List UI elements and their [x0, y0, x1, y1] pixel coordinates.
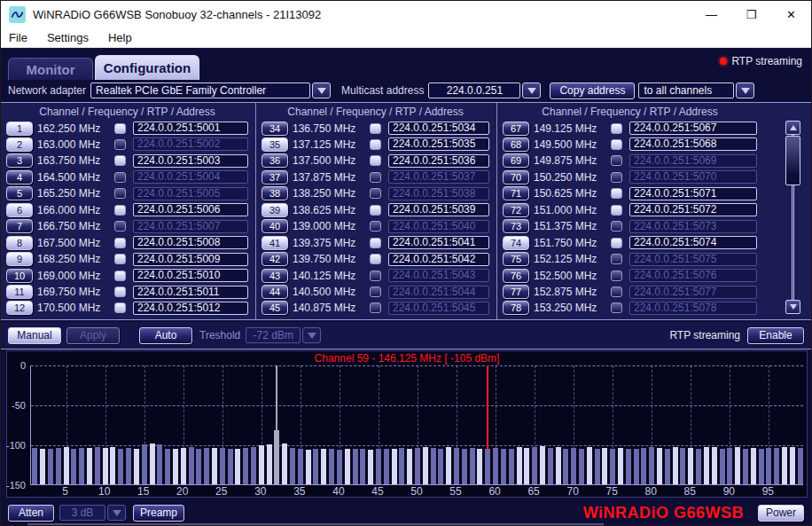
rtp-checkbox[interactable]: [611, 172, 622, 183]
menu-settings[interactable]: Settings: [47, 31, 89, 44]
spectrum-bar[interactable]: [243, 448, 248, 484]
spectrum-bar[interactable]: [282, 444, 287, 484]
rtp-checkbox[interactable]: [370, 123, 381, 134]
channel-button[interactable]: 78: [503, 301, 529, 315]
enable-button[interactable]: Enable: [747, 327, 804, 344]
spectrum-bar[interactable]: [56, 448, 61, 484]
manual-button[interactable]: Manual: [8, 327, 61, 344]
spectrum-bar[interactable]: [470, 448, 475, 484]
rtp-checkbox[interactable]: [114, 155, 126, 166]
channel-button[interactable]: 75: [503, 252, 529, 266]
scroll-up-button[interactable]: [785, 121, 800, 135]
rtp-checkbox[interactable]: [611, 155, 622, 166]
network-adapter-dropdown-button[interactable]: [312, 82, 331, 98]
spectrum-bar[interactable]: [517, 447, 522, 484]
channel-button[interactable]: 68: [503, 137, 529, 152]
spectrum-bar[interactable]: [259, 445, 264, 484]
spectrum-bar[interactable]: [150, 444, 155, 484]
rtp-checkbox[interactable]: [114, 221, 126, 232]
rtp-address-field[interactable]: 224.0.0.251:5038: [388, 187, 489, 200]
channel-button[interactable]: 36: [262, 153, 288, 168]
spectrum-bar[interactable]: [720, 449, 725, 485]
channel-button[interactable]: 35: [262, 137, 288, 152]
spectrum-bar[interactable]: [313, 449, 318, 484]
rtp-address-field[interactable]: 224.0.0.251:5068: [629, 137, 757, 151]
rtp-address-field[interactable]: 224.0.0.251:5074: [629, 236, 757, 249]
rtp-address-field[interactable]: 224.0.0.251:5034: [388, 122, 489, 135]
spectrum-bar[interactable]: [321, 449, 326, 485]
rtp-address-field[interactable]: 224.0.0.251:5012: [133, 302, 248, 315]
channel-button[interactable]: 43: [262, 269, 288, 283]
spectrum-bar[interactable]: [649, 447, 654, 484]
rtp-address-field[interactable]: 224.0.0.251:5071: [629, 187, 757, 200]
channel-button[interactable]: 72: [503, 203, 529, 217]
rtp-address-field[interactable]: 224.0.0.251:5008: [133, 236, 248, 249]
rtp-checkbox[interactable]: [114, 238, 126, 248]
preamp-button[interactable]: Preamp: [133, 505, 184, 522]
spectrum-bar[interactable]: [110, 447, 115, 484]
rtp-checkbox[interactable]: [370, 188, 381, 199]
rtp-checkbox[interactable]: [611, 287, 622, 297]
spectrum-bar[interactable]: [657, 448, 662, 484]
channel-button[interactable]: 7: [6, 219, 33, 233]
rtp-address-field[interactable]: 224.0.0.251:5007: [133, 220, 248, 233]
spectrum-bar[interactable]: [493, 448, 498, 484]
spectrum-bar[interactable]: [165, 449, 170, 485]
rtp-checkbox[interactable]: [370, 221, 381, 232]
rtp-checkbox[interactable]: [114, 123, 126, 134]
tab-configuration[interactable]: Configuration: [95, 55, 199, 80]
copy-target-field[interactable]: to all channels: [638, 82, 734, 98]
channel-button[interactable]: 74: [503, 236, 529, 250]
spectrum-plot[interactable]: [30, 365, 803, 485]
channel-button[interactable]: 76: [503, 269, 529, 283]
spectrum-bar[interactable]: [423, 447, 428, 484]
rtp-checkbox[interactable]: [370, 172, 381, 183]
spectrum-bar[interactable]: [509, 449, 514, 484]
rtp-checkbox[interactable]: [114, 188, 126, 199]
spectrum-bar[interactable]: [32, 448, 37, 484]
close-button[interactable]: ✕: [771, 1, 811, 27]
spectrum-bar[interactable]: [595, 449, 600, 485]
channel-button[interactable]: 71: [503, 186, 529, 200]
spectrum-bar[interactable]: [712, 447, 717, 484]
atten-dropdown-button[interactable]: [107, 505, 126, 521]
spectrum-bar[interactable]: [87, 448, 92, 484]
channel-button[interactable]: 77: [503, 285, 529, 299]
rtp-checkbox[interactable]: [370, 205, 381, 216]
spectrum-bar[interactable]: [743, 449, 748, 485]
spectrum-bar[interactable]: [438, 449, 443, 485]
rtp-address-field[interactable]: 224.0.0.251:5078: [629, 302, 757, 315]
spectrum-bar[interactable]: [274, 430, 279, 484]
multicast-address-field[interactable]: 224.0.0.251: [428, 82, 520, 98]
rtp-checkbox[interactable]: [370, 254, 381, 264]
channel-button[interactable]: 1: [6, 122, 33, 136]
spectrum-bar[interactable]: [431, 448, 436, 484]
spectrum-bar[interactable]: [126, 448, 131, 484]
rtp-address-field[interactable]: 224.0.0.251:5011: [133, 286, 248, 299]
channel-button[interactable]: 69: [503, 153, 529, 168]
spectrum-bar[interactable]: [602, 448, 607, 484]
spectrum-bar[interactable]: [360, 449, 365, 484]
spectrum-bar[interactable]: [548, 448, 553, 484]
rtp-address-field[interactable]: 224.0.0.251:5073: [629, 220, 757, 233]
spectrum-bar[interactable]: [618, 448, 623, 484]
spectrum-bar[interactable]: [220, 448, 225, 484]
rtp-address-field[interactable]: 224.0.0.251:5069: [629, 154, 757, 168]
channel-button[interactable]: 42: [262, 252, 288, 266]
maximize-button[interactable]: ❒: [731, 1, 771, 27]
rtp-checkbox[interactable]: [611, 188, 622, 199]
spectrum-bar[interactable]: [196, 449, 201, 485]
spectrum-bar[interactable]: [540, 446, 545, 484]
spectrum-bar[interactable]: [368, 450, 373, 484]
scroll-down-button[interactable]: [785, 300, 800, 314]
power-button[interactable]: Power: [758, 505, 804, 522]
spectrum-bar[interactable]: [446, 447, 451, 484]
rtp-address-field[interactable]: 224.0.0.251:5002: [133, 137, 248, 151]
rtp-checkbox[interactable]: [611, 271, 622, 281]
channel-button[interactable]: 11: [6, 285, 33, 299]
rtp-address-field[interactable]: 224.0.0.251:5075: [629, 253, 757, 266]
rtp-address-field[interactable]: 224.0.0.251:5003: [133, 154, 248, 168]
spectrum-bar[interactable]: [524, 448, 529, 484]
atten-value-field[interactable]: 3 dB: [59, 505, 105, 521]
rtp-address-field[interactable]: 224.0.0.251:5076: [629, 269, 757, 282]
